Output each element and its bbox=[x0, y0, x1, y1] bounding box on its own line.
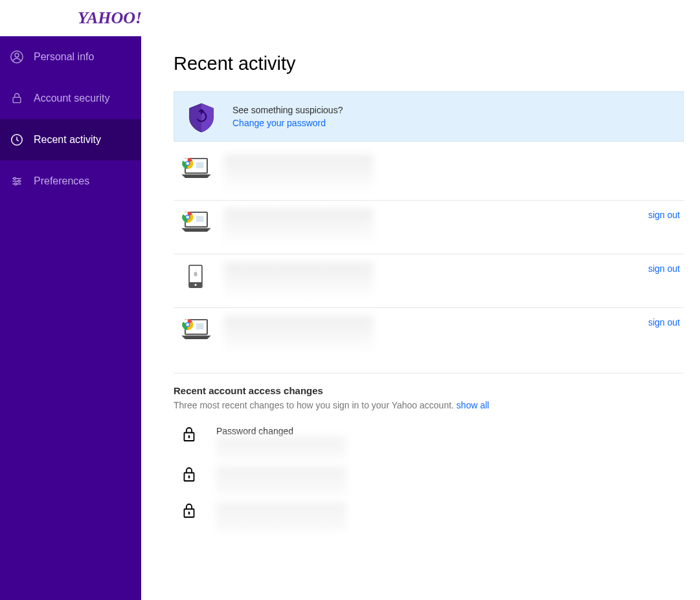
change-row bbox=[174, 462, 684, 498]
session-row: sign out bbox=[174, 201, 684, 254]
account-changes-section: Recent account access changes Three most… bbox=[174, 385, 684, 535]
sidebar-item-label: Personal info bbox=[34, 51, 94, 63]
sidebar: Personal info Account security bbox=[0, 36, 141, 600]
svg-point-6 bbox=[15, 183, 17, 185]
sessions-list: sign out sign out bbox=[174, 147, 684, 361]
chrome-windows-laptop-icon bbox=[180, 211, 211, 232]
change-row: Password changed bbox=[174, 422, 684, 462]
session-row: sign out bbox=[174, 254, 684, 308]
svg-point-4 bbox=[14, 177, 16, 179]
svg-rect-28 bbox=[188, 476, 190, 478]
sign-out-link[interactable]: sign out bbox=[648, 262, 684, 274]
session-details-redacted bbox=[224, 262, 373, 300]
change-label: Password changed bbox=[216, 426, 346, 436]
divider bbox=[174, 373, 684, 373]
svg-rect-8 bbox=[196, 162, 203, 168]
sliders-icon bbox=[9, 173, 25, 189]
session-details-redacted bbox=[224, 316, 373, 353]
clock-icon bbox=[9, 132, 25, 148]
page-title: Recent activity bbox=[174, 53, 684, 74]
sidebar-item-label: Preferences bbox=[34, 175, 89, 187]
sidebar-item-account-security[interactable]: Account security bbox=[0, 78, 141, 119]
change-details-redacted bbox=[216, 436, 346, 458]
svg-point-19 bbox=[194, 283, 196, 285]
yahoo-logo[interactable]: YAHOO! bbox=[78, 8, 142, 28]
main-content: Recent activity See something suspicious… bbox=[141, 36, 700, 600]
chrome-windows-laptop-icon bbox=[180, 157, 211, 178]
svg-point-16 bbox=[186, 216, 190, 219]
alert-question: See something suspicious? bbox=[232, 105, 343, 115]
sidebar-item-label: Recent activity bbox=[34, 134, 101, 146]
change-details-redacted bbox=[216, 502, 346, 531]
lock-icon bbox=[183, 466, 197, 484]
svg-point-1 bbox=[15, 53, 19, 57]
svg-rect-26 bbox=[188, 436, 190, 438]
sidebar-item-recent-activity[interactable]: Recent activity bbox=[0, 119, 141, 161]
shield-icon bbox=[187, 102, 216, 131]
svg-rect-21 bbox=[196, 324, 203, 329]
sidebar-item-label: Account security bbox=[34, 93, 109, 104]
change-row bbox=[174, 498, 684, 535]
sidebar-item-preferences[interactable]: Preferences bbox=[0, 161, 141, 202]
lock-icon bbox=[183, 426, 197, 444]
change-details-redacted bbox=[216, 466, 346, 494]
header: YAHOO! bbox=[0, 0, 700, 36]
change-password-link[interactable]: Change your password bbox=[232, 118, 343, 128]
session-details-redacted bbox=[224, 155, 373, 192]
sidebar-item-personal-info[interactable]: Personal info bbox=[0, 36, 141, 78]
sign-out-link[interactable]: sign out bbox=[648, 316, 684, 328]
session-row bbox=[174, 147, 684, 201]
sign-out-link[interactable]: sign out bbox=[648, 208, 684, 220]
lock-icon bbox=[183, 502, 197, 520]
svg-rect-13 bbox=[196, 216, 203, 222]
subtext-text: Three most recent changes to how you sig… bbox=[174, 400, 454, 410]
suspicious-alert: See something suspicious? Change your pa… bbox=[174, 91, 684, 142]
show-all-link[interactable]: show all bbox=[457, 400, 490, 410]
session-row: sign out bbox=[174, 308, 684, 361]
section-heading: Recent account access changes bbox=[174, 385, 684, 396]
svg-rect-2 bbox=[13, 97, 21, 102]
session-details-redacted bbox=[224, 208, 373, 246]
chrome-windows-laptop-icon bbox=[180, 318, 211, 339]
person-icon bbox=[9, 49, 25, 65]
svg-point-24 bbox=[186, 323, 190, 326]
section-subtext: Three most recent changes to how you sig… bbox=[174, 400, 684, 410]
svg-point-11 bbox=[186, 162, 190, 165]
lock-icon bbox=[9, 91, 25, 106]
apple-phone-icon bbox=[180, 265, 211, 285]
svg-rect-30 bbox=[188, 512, 190, 515]
svg-point-5 bbox=[18, 180, 20, 182]
